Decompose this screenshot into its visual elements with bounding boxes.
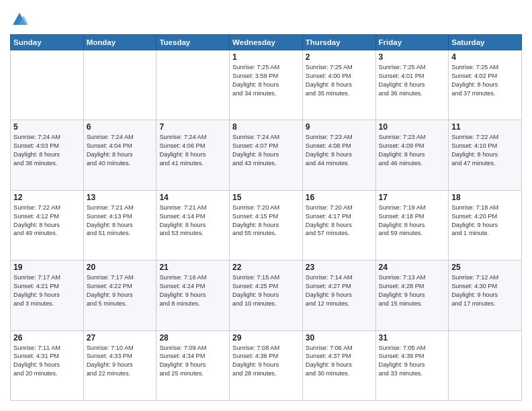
day-of-week-header: Monday (83, 35, 157, 50)
day-number: 11 (451, 122, 519, 132)
cell-info: Sunrise: 7:22 AM Sunset: 4:12 PM Dayligh… (13, 203, 81, 238)
cell-info: Sunrise: 7:17 AM Sunset: 4:21 PM Dayligh… (13, 273, 81, 308)
calendar-cell: 6Sunrise: 7:24 AM Sunset: 4:04 PM Daylig… (83, 120, 157, 190)
cell-info: Sunrise: 7:20 AM Sunset: 4:17 PM Dayligh… (306, 203, 373, 238)
cell-info: Sunrise: 7:24 AM Sunset: 4:07 PM Dayligh… (232, 133, 300, 168)
day-number: 30 (306, 333, 373, 342)
calendar-cell: 7Sunrise: 7:24 AM Sunset: 4:06 PM Daylig… (157, 120, 230, 190)
calendar-cell (157, 50, 230, 120)
cell-info: Sunrise: 7:23 AM Sunset: 4:09 PM Dayligh… (379, 133, 446, 168)
day-number: 3 (379, 52, 446, 62)
day-number: 8 (232, 122, 300, 132)
calendar-cell: 2Sunrise: 7:25 AM Sunset: 4:00 PM Daylig… (302, 50, 375, 120)
day-number: 14 (159, 193, 226, 202)
calendar-cell: 12Sunrise: 7:22 AM Sunset: 4:12 PM Dayli… (11, 190, 84, 260)
calendar-cell: 30Sunrise: 7:06 AM Sunset: 4:37 PM Dayli… (302, 330, 375, 400)
calendar-cell: 20Sunrise: 7:17 AM Sunset: 4:22 PM Dayli… (83, 261, 157, 330)
day-number: 12 (13, 193, 81, 202)
days-of-week-row: SundayMondayTuesdayWednesdayThursdayFrid… (11, 35, 522, 50)
day-number: 7 (159, 122, 226, 132)
calendar-cell: 27Sunrise: 7:10 AM Sunset: 4:33 PM Dayli… (83, 330, 157, 400)
day-number: 31 (379, 333, 446, 342)
day-number: 29 (232, 333, 300, 342)
calendar-week-row: 5Sunrise: 7:24 AM Sunset: 4:03 PM Daylig… (11, 120, 522, 190)
cell-info: Sunrise: 7:20 AM Sunset: 4:15 PM Dayligh… (232, 203, 300, 238)
cell-info: Sunrise: 7:12 AM Sunset: 4:30 PM Dayligh… (451, 273, 519, 308)
day-number: 1 (232, 52, 300, 62)
day-number: 27 (87, 333, 154, 342)
calendar-cell (449, 330, 522, 400)
day-of-week-header: Saturday (449, 35, 522, 50)
day-number: 2 (306, 52, 373, 62)
calendar-cell: 18Sunrise: 7:18 AM Sunset: 4:20 PM Dayli… (449, 190, 522, 260)
day-number: 20 (87, 263, 154, 272)
cell-info: Sunrise: 7:21 AM Sunset: 4:13 PM Dayligh… (87, 203, 154, 238)
cell-info: Sunrise: 7:06 AM Sunset: 4:37 PM Dayligh… (306, 344, 373, 379)
calendar-cell: 8Sunrise: 7:24 AM Sunset: 4:07 PM Daylig… (230, 120, 303, 190)
day-of-week-header: Wednesday (230, 35, 303, 50)
calendar-table: SundayMondayTuesdayWednesdayThursdayFrid… (10, 34, 522, 401)
calendar-cell: 19Sunrise: 7:17 AM Sunset: 4:21 PM Dayli… (11, 261, 84, 330)
cell-info: Sunrise: 7:19 AM Sunset: 4:18 PM Dayligh… (379, 203, 446, 238)
cell-info: Sunrise: 7:14 AM Sunset: 4:27 PM Dayligh… (306, 273, 373, 308)
logo-icon (10, 10, 29, 29)
cell-info: Sunrise: 7:25 AM Sunset: 3:59 PM Dayligh… (232, 63, 300, 98)
day-number: 15 (232, 193, 300, 202)
cell-info: Sunrise: 7:25 AM Sunset: 4:01 PM Dayligh… (379, 63, 446, 98)
calendar-cell: 14Sunrise: 7:21 AM Sunset: 4:14 PM Dayli… (157, 190, 230, 260)
cell-info: Sunrise: 7:23 AM Sunset: 4:08 PM Dayligh… (306, 133, 373, 168)
cell-info: Sunrise: 7:08 AM Sunset: 4:36 PM Dayligh… (232, 344, 300, 379)
calendar-cell: 15Sunrise: 7:20 AM Sunset: 4:15 PM Dayli… (230, 190, 303, 260)
day-number: 19 (13, 263, 81, 272)
calendar-cell: 3Sunrise: 7:25 AM Sunset: 4:01 PM Daylig… (375, 50, 449, 120)
logo (10, 10, 32, 29)
calendar-week-row: 1Sunrise: 7:25 AM Sunset: 3:59 PM Daylig… (11, 50, 522, 120)
cell-info: Sunrise: 7:24 AM Sunset: 4:06 PM Dayligh… (159, 133, 226, 168)
day-number: 26 (13, 333, 81, 342)
calendar-cell: 1Sunrise: 7:25 AM Sunset: 3:59 PM Daylig… (230, 50, 303, 120)
calendar-cell (11, 50, 84, 120)
day-number: 17 (379, 193, 446, 202)
cell-info: Sunrise: 7:22 AM Sunset: 4:10 PM Dayligh… (451, 133, 519, 168)
calendar-cell: 9Sunrise: 7:23 AM Sunset: 4:08 PM Daylig… (302, 120, 375, 190)
calendar-cell: 25Sunrise: 7:12 AM Sunset: 4:30 PM Dayli… (449, 261, 522, 330)
calendar-cell: 24Sunrise: 7:13 AM Sunset: 4:28 PM Dayli… (375, 261, 449, 330)
cell-info: Sunrise: 7:18 AM Sunset: 4:20 PM Dayligh… (451, 203, 519, 238)
calendar-cell: 4Sunrise: 7:25 AM Sunset: 4:02 PM Daylig… (449, 50, 522, 120)
calendar-cell: 26Sunrise: 7:11 AM Sunset: 4:31 PM Dayli… (11, 330, 84, 400)
day-number: 18 (451, 193, 519, 202)
calendar-week-row: 19Sunrise: 7:17 AM Sunset: 4:21 PM Dayli… (11, 261, 522, 330)
calendar-cell (83, 50, 157, 120)
calendar-cell: 5Sunrise: 7:24 AM Sunset: 4:03 PM Daylig… (11, 120, 84, 190)
day-of-week-header: Sunday (11, 35, 84, 50)
day-number: 25 (451, 263, 519, 272)
cell-info: Sunrise: 7:05 AM Sunset: 4:39 PM Dayligh… (379, 344, 446, 379)
header (10, 10, 522, 29)
calendar-cell: 17Sunrise: 7:19 AM Sunset: 4:18 PM Dayli… (375, 190, 449, 260)
cell-info: Sunrise: 7:17 AM Sunset: 4:22 PM Dayligh… (87, 273, 154, 308)
cell-info: Sunrise: 7:24 AM Sunset: 4:03 PM Dayligh… (13, 133, 81, 168)
calendar-cell: 16Sunrise: 7:20 AM Sunset: 4:17 PM Dayli… (302, 190, 375, 260)
day-number: 10 (379, 122, 446, 132)
day-of-week-header: Friday (375, 35, 449, 50)
day-number: 6 (87, 122, 154, 132)
calendar-cell: 21Sunrise: 7:16 AM Sunset: 4:24 PM Dayli… (157, 261, 230, 330)
day-number: 5 (13, 122, 81, 132)
calendar-cell: 31Sunrise: 7:05 AM Sunset: 4:39 PM Dayli… (375, 330, 449, 400)
page: SundayMondayTuesdayWednesdayThursdayFrid… (0, 0, 532, 411)
cell-info: Sunrise: 7:15 AM Sunset: 4:25 PM Dayligh… (232, 273, 300, 308)
calendar-cell: 13Sunrise: 7:21 AM Sunset: 4:13 PM Dayli… (83, 190, 157, 260)
cell-info: Sunrise: 7:11 AM Sunset: 4:31 PM Dayligh… (13, 344, 81, 379)
calendar-cell: 23Sunrise: 7:14 AM Sunset: 4:27 PM Dayli… (302, 261, 375, 330)
calendar-week-row: 26Sunrise: 7:11 AM Sunset: 4:31 PM Dayli… (11, 330, 522, 400)
cell-info: Sunrise: 7:25 AM Sunset: 4:00 PM Dayligh… (306, 63, 373, 98)
cell-info: Sunrise: 7:25 AM Sunset: 4:02 PM Dayligh… (451, 63, 519, 98)
calendar-cell: 28Sunrise: 7:09 AM Sunset: 4:34 PM Dayli… (157, 330, 230, 400)
day-number: 22 (232, 263, 300, 272)
day-of-week-header: Thursday (302, 35, 375, 50)
cell-info: Sunrise: 7:24 AM Sunset: 4:04 PM Dayligh… (87, 133, 154, 168)
day-number: 9 (306, 122, 373, 132)
day-of-week-header: Tuesday (157, 35, 230, 50)
calendar-cell: 10Sunrise: 7:23 AM Sunset: 4:09 PM Dayli… (375, 120, 449, 190)
day-number: 23 (306, 263, 373, 272)
